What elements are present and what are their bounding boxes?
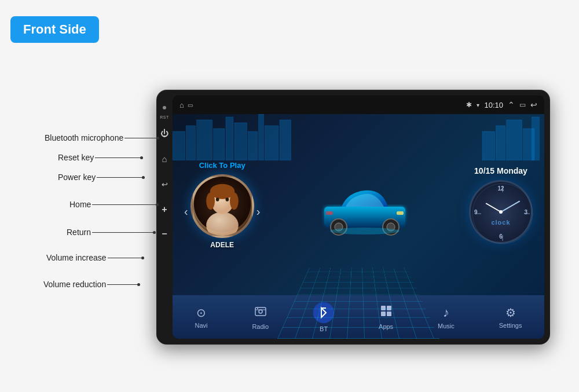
nav-item-apps[interactable]: Apps — [372, 302, 400, 333]
main-content: Click To Play ‹ — [173, 114, 544, 339]
radio-icon — [254, 305, 267, 321]
home-label: Home — [69, 200, 91, 209]
status-left-icons: ⌂ ▭ — [179, 101, 193, 109]
svg-point-19 — [206, 192, 215, 210]
annotation-reset-key: Reset key — [58, 153, 143, 162]
svg-rect-29 — [397, 211, 404, 215]
volume-up-button[interactable]: + — [159, 204, 170, 215]
clock-face: 12 3 6 9 — [469, 180, 533, 244]
navi-label: Navi — [195, 322, 207, 329]
bt-label: BT — [320, 325, 328, 332]
volume-down-button[interactable]: − — [159, 228, 170, 240]
nav-item-radio[interactable]: Radio — [245, 302, 276, 333]
svg-point-40 — [313, 302, 334, 323]
annotation-bluetooth-mic: Bluetooth microphone — [45, 133, 159, 142]
vol-increase-label: Volume increase — [46, 253, 107, 262]
svg-point-37 — [259, 310, 262, 313]
annotation-return: Return — [67, 228, 156, 237]
svg-rect-42 — [381, 306, 386, 310]
annotation-vol-increase: Volume increase — [46, 253, 144, 262]
annotation-home: Home — [69, 200, 159, 209]
artist-name: ADELE — [210, 241, 234, 249]
front-side-badge: Front Side — [10, 16, 99, 43]
bt-icon — [313, 302, 334, 323]
nav-item-bt[interactable]: BT — [306, 299, 341, 335]
svg-point-28 — [330, 228, 400, 235]
expand-icon: ⌃ — [508, 100, 515, 109]
clock-center-dot — [499, 210, 503, 214]
mic-indicator — [163, 106, 166, 109]
settings-icon: ⚙ — [505, 306, 516, 320]
nav-bar: ⊙ Navi Radio — [173, 295, 544, 339]
settings-label: Settings — [499, 322, 522, 329]
svg-rect-36 — [255, 307, 266, 316]
music-icon: ♪ — [443, 305, 449, 320]
status-bar: ⌂ ▭ ✱ ▾ 10:10 ⌃ ▭ ↩ — [173, 96, 544, 114]
svg-point-21 — [216, 197, 219, 201]
nav-item-navi[interactable]: ⊙ Navi — [188, 303, 214, 332]
reset-key-label: Reset key — [58, 153, 94, 162]
apps-label: Apps — [379, 323, 393, 330]
home-icon: ⌂ — [179, 101, 184, 109]
svg-point-22 — [225, 197, 229, 201]
annotation-power-key: Power key — [58, 173, 145, 182]
next-arrow[interactable]: › — [256, 205, 261, 218]
rst-label: RST — [160, 115, 169, 119]
apps-icon — [380, 305, 393, 321]
prev-arrow[interactable]: ‹ — [184, 205, 188, 218]
svg-rect-43 — [387, 306, 391, 310]
content-area: Click To Play ‹ — [173, 114, 544, 295]
bluetooth-status-icon: ✱ — [466, 101, 472, 109]
car-widget — [321, 184, 408, 238]
svg-rect-44 — [381, 312, 386, 316]
window-icon: ▭ — [519, 101, 526, 109]
power-button[interactable]: ⏻ — [159, 127, 170, 139]
svg-point-31 — [472, 184, 533, 244]
return-label: Return — [67, 228, 91, 237]
album-art-container: ‹ — [184, 174, 260, 249]
status-right-icons: ✱ ▾ 10:10 ⌃ ▭ ↩ — [466, 100, 537, 109]
svg-point-39 — [257, 308, 258, 309]
svg-rect-45 — [387, 312, 391, 316]
device-wrapper: RST ⏻ ⌂ ↩ + − ⌂ ▭ ✱ ▾ 10:10 — [156, 90, 550, 345]
clock-label: clock — [491, 219, 510, 226]
doc-icon: ▭ — [188, 102, 193, 108]
navi-icon: ⊙ — [196, 306, 206, 320]
click-to-play-label: Click To Play — [199, 161, 245, 170]
device-bezel: RST ⏻ ⌂ ↩ + − ⌂ ▭ ✱ ▾ 10:10 — [156, 90, 550, 345]
music-widget[interactable]: Click To Play ‹ — [184, 161, 260, 249]
vol-reduction-label: Volume reduction — [43, 280, 106, 289]
nav-item-music[interactable]: ♪ Music — [431, 302, 461, 332]
date-display: 10/15 Monday — [469, 166, 533, 175]
power-key-label: Power key — [58, 173, 96, 182]
music-label: Music — [438, 323, 455, 329]
svg-point-20 — [230, 192, 239, 210]
clock-widget: 10/15 Monday 12 3 6 9 — [469, 166, 533, 244]
radio-label: Radio — [252, 323, 269, 330]
svg-rect-30 — [326, 211, 333, 215]
screen: ⌂ ▭ ✱ ▾ 10:10 ⌃ ▭ ↩ — [173, 96, 544, 339]
nav-item-settings[interactable]: ⚙ Settings — [492, 303, 529, 332]
album-art[interactable] — [190, 174, 254, 238]
wifi-icon: ▾ — [477, 102, 479, 108]
bluetooth-mic-label: Bluetooth microphone — [45, 133, 123, 142]
time-display: 10:10 — [484, 101, 503, 109]
back-icon: ↩ — [530, 100, 537, 109]
annotation-vol-reduction: Volume reduction — [43, 280, 140, 289]
home-button[interactable]: ⌂ — [159, 153, 170, 164]
side-buttons: RST ⏻ ⌂ ↩ + − — [156, 96, 173, 339]
return-button[interactable]: ↩ — [159, 178, 170, 190]
